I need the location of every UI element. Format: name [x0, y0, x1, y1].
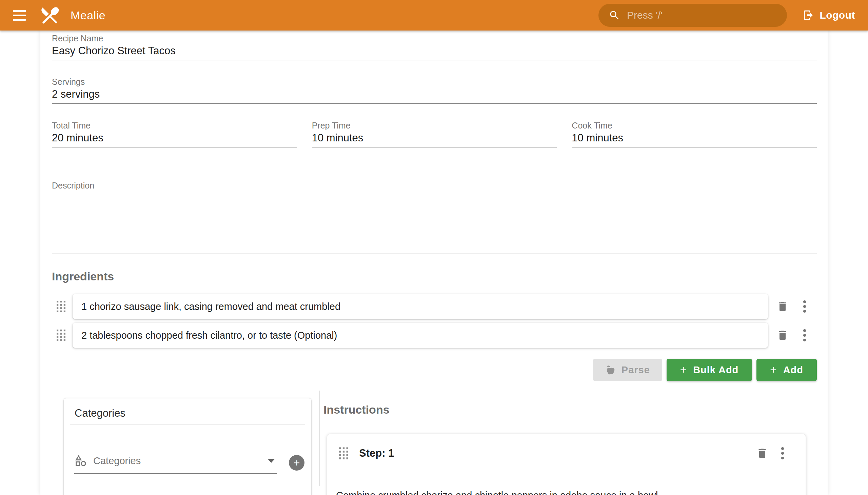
trash-icon [777, 329, 789, 341]
total-time-label: Total Time [52, 120, 297, 131]
logout-label: Logout [819, 10, 855, 21]
parse-button[interactable]: Parse [593, 359, 662, 381]
categories-card: Categories Categories [63, 398, 311, 495]
ingredients-heading: Ingredients [52, 269, 817, 284]
drag-handle-icon[interactable] [56, 300, 66, 313]
recipe-name-field: Recipe Name Easy Chorizo Street Tacos [52, 33, 817, 61]
shapes-icon [74, 454, 87, 467]
app-title: Mealie [70, 9, 105, 22]
search-bar[interactable] [598, 4, 787, 27]
apple-icon [605, 364, 616, 375]
categories-select[interactable]: Categories [74, 454, 277, 474]
drag-handle-icon[interactable] [56, 328, 66, 342]
delete-step-button[interactable] [755, 447, 770, 459]
description-input[interactable] [52, 190, 817, 254]
plus-icon: + [680, 363, 687, 376]
step-menu-button[interactable] [777, 447, 789, 459]
categories-card-title: Categories [64, 398, 311, 424]
servings-label: Servings [52, 76, 817, 87]
plus-icon: + [770, 363, 777, 376]
ingredient-text: 1 chorizo sausage link, casing removed a… [81, 301, 340, 312]
ingredient-input[interactable]: 1 chorizo sausage link, casing removed a… [72, 294, 768, 319]
ingredient-menu-button[interactable] [799, 301, 811, 312]
recipe-editor: Recipe Name Easy Chorizo Street Tacos Se… [40, 31, 828, 495]
cook-time-input[interactable]: 10 minutes [572, 131, 817, 148]
recipe-name-input[interactable]: Easy Chorizo Street Tacos [52, 44, 817, 61]
divider [70, 424, 305, 425]
trash-icon [777, 301, 789, 312]
step-text-input[interactable]: Combine crumbled chorizo and chipotle pe… [336, 489, 792, 495]
ingredient-row: 2 tablespoons chopped fresh cilantro, or… [52, 323, 817, 348]
instructions-column: Instructions [320, 391, 817, 486]
delete-ingredient-button[interactable] [775, 301, 790, 312]
categories-select-row: Categories + [74, 454, 311, 474]
servings-input[interactable]: 2 servings [52, 87, 817, 104]
drag-handle-icon[interactable] [338, 446, 349, 460]
kebab-icon [781, 447, 784, 459]
recipe-name-label: Recipe Name [52, 33, 817, 44]
search-icon [609, 10, 620, 21]
ingredient-row: 1 chorizo sausage link, casing removed a… [52, 294, 817, 319]
ingredient-input[interactable]: 2 tablespoons chopped fresh cilantro, or… [72, 323, 768, 348]
add-button[interactable]: + Add [756, 359, 817, 381]
cook-time-field: Cook Time 10 minutes [572, 120, 817, 148]
ingredient-list: 1 chorizo sausage link, casing removed a… [52, 294, 817, 348]
add-category-button[interactable]: + [289, 455, 305, 471]
logout-button[interactable]: Logout [799, 0, 858, 31]
prep-time-input[interactable]: 10 minutes [312, 131, 557, 148]
trash-icon [756, 447, 768, 459]
app-bar: Mealie Logout [0, 0, 868, 31]
instructions-heading: Instructions [323, 403, 806, 417]
logout-icon [803, 10, 814, 21]
instruction-step-card: Step: 1 Combine crumbled chorizo and chi… [327, 433, 806, 495]
search-input[interactable] [627, 10, 763, 21]
lower-section: Categories Categories [52, 391, 817, 486]
delete-ingredient-button[interactable] [775, 329, 790, 341]
cook-time-label: Cook Time [572, 120, 817, 131]
app-logo-icon [39, 4, 61, 27]
description-label: Description [52, 181, 817, 190]
bulk-add-label: Bulk Add [693, 364, 738, 376]
categories-select-label: Categories [93, 455, 141, 466]
prep-time-field: Prep Time 10 minutes [312, 120, 557, 148]
add-label: Add [783, 364, 803, 376]
ingredient-text: 2 tablespoons chopped fresh cilantro, or… [81, 330, 337, 341]
description-field: Description [52, 181, 817, 254]
servings-field: Servings 2 servings [52, 76, 817, 104]
ingredient-actions: Parse + Bulk Add + Add [52, 359, 817, 381]
parse-label: Parse [622, 364, 650, 376]
categories-column: Categories Categories [52, 391, 320, 486]
step-header: Step: 1 [327, 434, 806, 460]
menu-button[interactable] [7, 3, 31, 27]
kebab-icon [803, 301, 806, 312]
chevron-down-icon [268, 459, 275, 463]
bulk-add-button[interactable]: + Bulk Add [667, 359, 752, 381]
prep-time-label: Prep Time [312, 120, 557, 131]
times-row: Total Time 20 minutes Prep Time 10 minut… [52, 120, 817, 148]
kebab-icon [803, 329, 806, 341]
hamburger-icon [13, 10, 26, 12]
plus-icon: + [294, 457, 300, 468]
step-title: Step: 1 [359, 447, 394, 459]
total-time-input[interactable]: 20 minutes [52, 131, 297, 148]
page: { "colors": { "primary_orange": "#DF7E22… [0, 0, 868, 495]
ingredient-menu-button[interactable] [799, 329, 811, 341]
total-time-field: Total Time 20 minutes [52, 120, 297, 148]
